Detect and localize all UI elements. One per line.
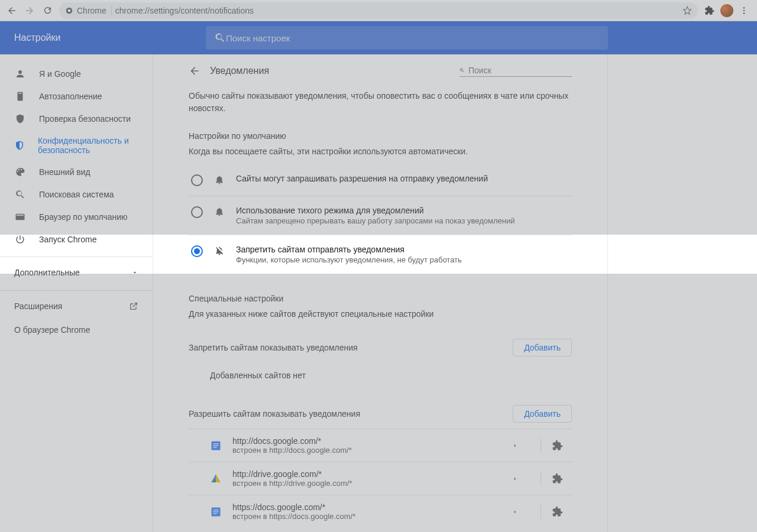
power-icon bbox=[14, 234, 26, 245]
sidebar-about-label: О браузере Chrome bbox=[14, 325, 90, 335]
reload-button[interactable] bbox=[39, 2, 56, 19]
sidebar-extensions-label: Расширения bbox=[14, 301, 62, 311]
default-section-sub: Когда вы посещаете сайты, эти настройки … bbox=[189, 147, 572, 156]
site-text: http://drive.google.com/*встроен в http:… bbox=[232, 469, 502, 488]
svg-rect-10 bbox=[213, 510, 219, 510]
site-text: https://docs.google.com/*встроен в https… bbox=[232, 502, 502, 521]
svg-point-1 bbox=[68, 9, 71, 12]
svg-point-2 bbox=[743, 7, 745, 9]
content-search-input[interactable] bbox=[468, 66, 572, 75]
sidebar-extensions[interactable]: Расширения bbox=[0, 294, 153, 318]
default-behavior-radiogroup: Сайты могут запрашивать разрешения на от… bbox=[189, 164, 572, 274]
settings-search-input[interactable] bbox=[226, 33, 600, 43]
option-sub: Сайтам запрещено прерывать вашу работу з… bbox=[236, 216, 515, 225]
sidebar-item-label: Браузер по умолчанию bbox=[39, 212, 128, 222]
svg-rect-8 bbox=[213, 447, 217, 447]
sidebar-item-search-engine[interactable]: Поисковая система bbox=[0, 183, 153, 206]
svg-rect-7 bbox=[213, 445, 219, 446]
avatar[interactable] bbox=[720, 4, 733, 17]
back-arrow-icon[interactable] bbox=[189, 65, 200, 77]
sidebar-item-label: Запуск Chrome bbox=[39, 235, 96, 244]
omnibox[interactable]: Chrome chrome://settings/content/notific… bbox=[59, 2, 698, 19]
sidebar-item-label: Внешний вид bbox=[39, 167, 90, 177]
sidebar-item-label: Я и Google bbox=[39, 69, 81, 79]
sidebar-advanced-label: Дополнительные bbox=[14, 268, 80, 277]
option-block[interactable]: Запретить сайтам отправлять уведомленияФ… bbox=[189, 235, 572, 274]
person-icon bbox=[14, 69, 26, 79]
radio-icon[interactable] bbox=[191, 245, 203, 257]
custom-section-sub: Для указанных ниже сайтов действуют спец… bbox=[189, 309, 572, 319]
sidebar-item-on-startup[interactable]: Запуск Chrome bbox=[0, 228, 153, 251]
bookmark-star-icon[interactable] bbox=[682, 6, 692, 15]
extensions-icon[interactable] bbox=[701, 2, 718, 19]
site-row[interactable]: http://docs.google.com/*встроен в http:/… bbox=[189, 429, 572, 462]
chrome-page-icon bbox=[65, 7, 73, 15]
bell-icon bbox=[213, 174, 225, 185]
custom-section-title: Специальные настройки bbox=[189, 294, 572, 303]
svg-rect-6 bbox=[213, 443, 219, 444]
chevron-right-icon[interactable] bbox=[512, 443, 530, 449]
option-ask[interactable]: Сайты могут запрашивать разрешения на от… bbox=[189, 164, 572, 196]
page-title: Настройки bbox=[0, 33, 206, 43]
site-row[interactable]: https://docs.google.com/*встроен в https… bbox=[189, 495, 572, 528]
content-search[interactable] bbox=[460, 66, 572, 77]
sidebar-item-label: Поисковая система bbox=[39, 190, 114, 199]
sidebar-item-privacy[interactable]: Конфиденциальность и безопасность bbox=[0, 130, 153, 161]
chevron-right-icon[interactable] bbox=[512, 509, 530, 515]
browser-icon bbox=[14, 212, 26, 222]
open-in-new-icon bbox=[129, 301, 138, 311]
search-icon bbox=[214, 32, 226, 44]
chevron-right-icon[interactable] bbox=[512, 476, 530, 482]
option-quiet[interactable]: Использование тихого режима для уведомле… bbox=[189, 196, 572, 235]
svg-rect-12 bbox=[213, 513, 217, 514]
site-row[interactable]: http://drive.google.com/*встроен в http:… bbox=[189, 462, 572, 495]
sidebar-item-you-and-google[interactable]: Я и Google bbox=[0, 63, 153, 85]
svg-rect-11 bbox=[213, 511, 219, 512]
sidebar: Я и Google Автозаполнение Проверка безоп… bbox=[0, 54, 153, 532]
sidebar-item-label: Автозаполнение bbox=[39, 92, 102, 101]
chevron-down-icon bbox=[131, 269, 138, 276]
site-text: http://docs.google.com/*встроен в http:/… bbox=[232, 436, 502, 455]
extension-icon[interactable] bbox=[552, 440, 570, 452]
main-pane: Уведомления Обычно сайты показывают увед… bbox=[153, 54, 608, 532]
search-icon bbox=[14, 189, 26, 200]
extension-icon[interactable] bbox=[552, 473, 570, 485]
sidebar-advanced-toggle[interactable]: Дополнительные bbox=[0, 261, 153, 284]
default-section-title: Настройки по умолчанию bbox=[189, 131, 572, 141]
sidebar-item-appearance[interactable]: Внешний вид bbox=[0, 161, 153, 183]
sidebar-item-autofill[interactable]: Автозаполнение bbox=[0, 85, 153, 108]
settings-header: Настройки bbox=[0, 21, 757, 54]
sidebar-about[interactable]: О браузере Chrome bbox=[0, 318, 153, 342]
sidebar-item-label: Проверка безопасности bbox=[39, 114, 131, 124]
palette-icon bbox=[14, 167, 26, 177]
clipboard-icon bbox=[14, 91, 26, 102]
menu-icon[interactable] bbox=[736, 2, 752, 19]
site-favicon bbox=[210, 440, 222, 452]
allow-list-title: Разрешить сайтам показывать уведомления bbox=[189, 409, 360, 419]
shield-icon bbox=[14, 140, 25, 151]
radio-icon[interactable] bbox=[191, 206, 203, 218]
extension-icon[interactable] bbox=[552, 506, 570, 518]
search-icon bbox=[460, 66, 465, 75]
settings-search[interactable] bbox=[206, 26, 608, 50]
block-list-title: Запретить сайтам показывать уведомления bbox=[189, 343, 358, 352]
option-label: Запретить сайтам отправлять уведомления bbox=[236, 245, 462, 254]
add-allow-button[interactable]: Добавить bbox=[513, 405, 572, 423]
sidebar-item-default-browser[interactable]: Браузер по умолчанию bbox=[0, 206, 153, 228]
toolbar-actions bbox=[701, 2, 753, 19]
option-label: Использование тихого режима для уведомле… bbox=[236, 206, 515, 215]
radio-icon[interactable] bbox=[191, 174, 203, 186]
omnibox-origin-chip: Chrome bbox=[65, 6, 112, 15]
sidebar-item-safety-check[interactable]: Проверка безопасности bbox=[0, 108, 153, 130]
content-description: Обычно сайты показывают уведомления, что… bbox=[189, 90, 572, 115]
site-favicon bbox=[210, 473, 222, 485]
block-list-empty: Добавленных сайтов нет bbox=[189, 360, 572, 385]
omnibox-prefix: Chrome bbox=[77, 6, 106, 15]
browser-toolbar: Chrome chrome://settings/content/notific… bbox=[0, 0, 757, 21]
back-button[interactable] bbox=[4, 2, 20, 19]
option-sub: Функции, которые используют уведомления,… bbox=[236, 255, 462, 264]
forward-button[interactable] bbox=[21, 2, 38, 19]
svg-point-3 bbox=[743, 9, 745, 11]
add-block-button[interactable]: Добавить bbox=[513, 339, 572, 356]
bell-off-icon bbox=[213, 245, 225, 256]
